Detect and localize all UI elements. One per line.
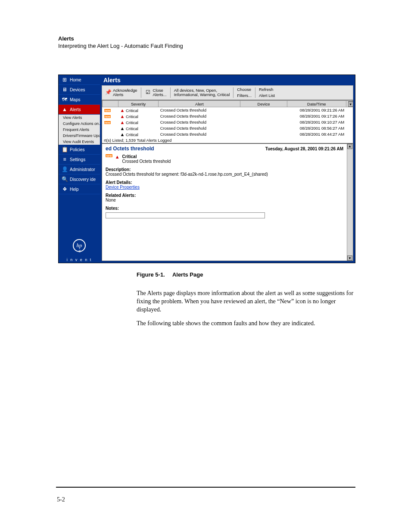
- status-line: rt(s) Listed; 1,539 Total Alerts Logged: [102, 137, 353, 143]
- table-row[interactable]: new▲ CriticalCrossed Octets threshold08/…: [103, 119, 353, 125]
- table-row[interactable]: new▲ CriticalCrossed Octets threshold08/…: [103, 113, 353, 119]
- toolbar: 📌 Acknowledge Alerts ☑ Close Alerts...: [102, 85, 353, 100]
- col-datetime[interactable]: Date/Time: [287, 101, 346, 107]
- ack-icon: 📌: [105, 89, 112, 96]
- device-properties-link[interactable]: Device Properties: [106, 185, 343, 190]
- new-badge: new: [104, 115, 111, 118]
- notes-input[interactable]: [106, 212, 265, 218]
- nav-label: Devices: [70, 87, 85, 92]
- help-icon: ❖: [61, 186, 68, 193]
- scroll-up-icon[interactable]: ▲: [347, 144, 352, 149]
- severity-icon: ▲: [120, 126, 125, 131]
- severity-icon: ▲: [120, 108, 125, 113]
- new-badge: new: [104, 121, 111, 124]
- critical-icon: ▲: [115, 154, 120, 159]
- severity-icon: ▲: [120, 120, 125, 125]
- nav-alerts[interactable]: ▲ Alerts: [59, 105, 100, 115]
- col-device[interactable]: Device: [240, 101, 287, 107]
- admin-icon: 👤: [61, 166, 68, 173]
- table-row[interactable]: ▲ CriticalCrossed Octets threshold08/28/…: [103, 131, 353, 137]
- nav-settings[interactable]: ≡ Settings: [59, 155, 100, 165]
- page-number: 5-2: [57, 496, 65, 503]
- alerts-table: Severity Alert Device Date/Time ▲ ▼: [102, 100, 353, 143]
- invent-tagline: i n v e n t: [59, 258, 100, 262]
- alerts-submenu: View Alerts Configure Actions on Alerts …: [59, 115, 100, 145]
- body-paragraph-1: The Alerts page displays more informatio…: [137, 289, 354, 314]
- nav-home[interactable]: ⊞ Home: [59, 75, 100, 85]
- related-text: None: [106, 198, 343, 202]
- col-alert[interactable]: Alert: [159, 101, 240, 107]
- alert-icon: ▲: [61, 106, 68, 113]
- detail-date: Tuesday, August 28, 2001 09:21:26 AM: [265, 146, 343, 151]
- hp-logo: hp ® i n v e n t: [59, 236, 100, 263]
- alerts-app-screenshot: ⊞ Home 🖥 Devices 🗺 Maps ▲ Alerts View Al…: [58, 75, 355, 263]
- desc-label: Description:: [106, 167, 343, 172]
- nav-label: Home: [70, 78, 81, 82]
- nav-label: Maps: [70, 97, 80, 102]
- footer-rule: [56, 487, 355, 488]
- table-row[interactable]: new▲ CriticalCrossed Octets threshold08/…: [103, 107, 353, 113]
- nav-maps[interactable]: 🗺 Maps: [59, 95, 100, 105]
- header-subtitle: Interpreting the Alert Log - Automatic F…: [58, 43, 183, 49]
- nav-discovery[interactable]: 🔍 Discovery ide: [59, 174, 100, 184]
- nav-policies[interactable]: 📋 Policies: [59, 145, 100, 155]
- table-header-row: Severity Alert Device Date/Time ▲ ▼: [103, 101, 353, 107]
- sub-view-alerts[interactable]: View Alerts: [59, 115, 100, 121]
- new-badge: new: [104, 109, 111, 112]
- nav-administrator[interactable]: 👤 Administrator: [59, 165, 100, 174]
- check-icon: ☑: [145, 89, 152, 96]
- severity-icon: ▲: [120, 114, 125, 119]
- filter-info: All devices, New, Open, Informational, W…: [174, 88, 230, 97]
- refresh-button[interactable]: Refresh Alert List: [259, 87, 275, 98]
- policies-icon: 📋: [61, 146, 68, 153]
- nav-label: Discovery ide: [70, 177, 96, 182]
- figure-label: Figure 5-1.: [137, 271, 165, 278]
- panel-title: Alerts: [100, 75, 355, 85]
- related-label: Related Alerts:: [106, 193, 343, 198]
- sub-frequent-alerts[interactable]: Frequent Alerts: [59, 127, 100, 133]
- nav-label: Settings: [70, 157, 85, 162]
- nav-help[interactable]: ❖ Help: [59, 184, 100, 194]
- figure-text: Alerts Page: [172, 271, 203, 278]
- col-new[interactable]: [103, 101, 118, 107]
- nav-label: Administrator: [70, 167, 95, 172]
- scroll-down-icon[interactable]: ▼: [347, 255, 352, 261]
- alert-details-label: Alert Details:: [106, 180, 343, 185]
- acknowledge-button[interactable]: 📌 Acknowledge Alerts: [105, 88, 137, 97]
- nav-label: Alerts: [70, 107, 81, 112]
- close-alerts-button[interactable]: ☑ Close Alerts...: [145, 88, 167, 97]
- scroll-down-icon[interactable]: ▼: [348, 102, 353, 107]
- desc-text: Crossed Octets threshold for segment: f3…: [106, 172, 343, 177]
- detail-alert-name: Crossed Octets threshold: [122, 159, 171, 164]
- detail-title: ed Octets threshold: [106, 146, 154, 152]
- home-icon: ⊞: [61, 76, 68, 83]
- header-title: Alerts: [58, 35, 183, 42]
- figure-caption: Figure 5-1. Alerts Page: [137, 271, 203, 278]
- body-paragraph-2: The following table shows the common fau…: [137, 320, 354, 328]
- nav-devices[interactable]: 🖥 Devices: [59, 85, 100, 95]
- sidebar: ⊞ Home 🖥 Devices 🗺 Maps ▲ Alerts View Al…: [59, 75, 100, 263]
- col-severity[interactable]: Severity: [118, 101, 158, 107]
- sub-audit-events[interactable]: View Audit Events: [59, 139, 100, 145]
- nav-label: Policies: [70, 147, 84, 152]
- discovery-icon: 🔍: [61, 176, 68, 183]
- detail-scrollbar[interactable]: ▲ ▼: [347, 144, 353, 261]
- sub-drivers-firmware[interactable]: Drivers/Firmware Update Status: [59, 133, 100, 139]
- maps-icon: 🗺: [61, 96, 68, 103]
- settings-icon: ≡: [61, 156, 68, 163]
- new-badge: new: [106, 154, 112, 157]
- scrollbar[interactable]: ▲ ▼: [346, 101, 352, 107]
- sub-configure-actions[interactable]: Configure Actions on Alerts: [59, 121, 100, 127]
- nav-label: Help: [70, 187, 79, 192]
- detail-severity: Critical: [122, 154, 171, 159]
- notes-label: Notes:: [106, 206, 343, 211]
- choose-filters-button[interactable]: Choose Filters...: [237, 87, 252, 98]
- page-header: Alerts Interpreting the Alert Log - Auto…: [58, 35, 183, 49]
- devices-icon: 🖥: [61, 86, 68, 93]
- main-panel: Alerts 📌 Acknowledge Alerts ☑ Close Aler…: [100, 75, 355, 263]
- table-row[interactable]: ▲ CriticalCrossed Octets threshold08/28/…: [103, 125, 353, 131]
- severity-icon: ▲: [120, 132, 125, 137]
- alert-detail-panel: ed Octets threshold Tuesday, August 28, …: [102, 143, 353, 261]
